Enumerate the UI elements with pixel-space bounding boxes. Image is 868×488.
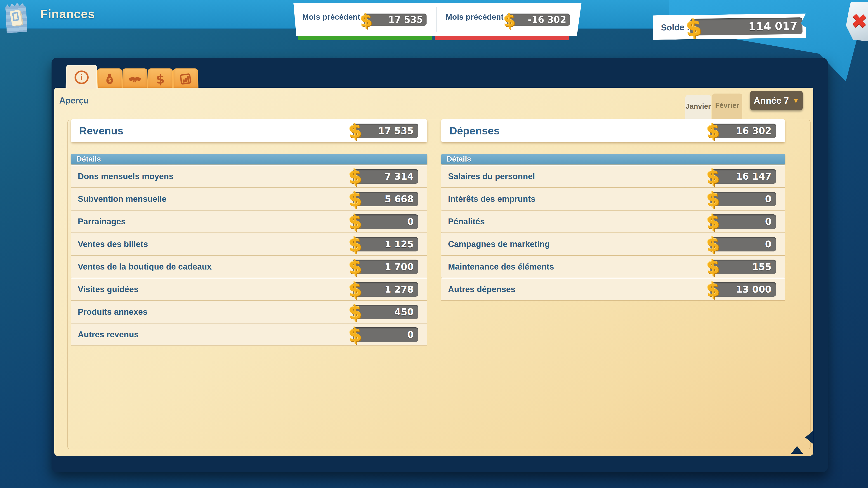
prev-month-expense-value: -16 302 — [528, 13, 566, 26]
finances-screen: Finances Mois précédent $ 17 535 Mois pr… — [0, 0, 868, 488]
revenues-header-card: Revenus $ 17 535 — [71, 119, 427, 142]
page-title: Finances — [40, 7, 95, 21]
revenues-title: Revenus — [79, 119, 123, 142]
chevron-down-icon: ▼ — [793, 97, 799, 104]
expenses-header-card: Dépenses $ 16 302 — [441, 119, 785, 142]
table-row: Ventes des billets $1 125 — [71, 233, 427, 255]
month-tab-janvier[interactable]: Janvier — [685, 95, 711, 120]
table-row: Dons mensuels moyens $7 314 — [71, 165, 427, 187]
dollar-icon: $ — [348, 120, 363, 142]
info-icon: i — [74, 70, 89, 84]
section-title: Aperçu — [59, 96, 89, 105]
dollar-icon: $ — [348, 301, 363, 324]
prev-month-income-label: Mois précédent — [302, 12, 360, 22]
bar-chart-icon — [179, 72, 193, 86]
value-pill: $0 — [352, 215, 418, 229]
value-pill: $16 147 — [710, 169, 776, 184]
balance-pill: $ 114 017 — [690, 18, 803, 35]
value-pill: $1 278 — [352, 282, 418, 297]
value-pill: $5 668 — [352, 192, 418, 206]
value-pill: $7 314 — [352, 169, 418, 184]
tab-overview[interactable]: i — [66, 65, 98, 89]
corner-notch-icon — [791, 446, 803, 454]
dollar-icon: $ — [706, 256, 720, 279]
revenues-total: 17 535 — [378, 124, 414, 138]
dollar-icon: $ — [348, 278, 363, 301]
tab-money[interactable]: $ — [147, 68, 173, 89]
table-row: Subvention mensuelle $5 668 — [71, 188, 427, 210]
table-row: Salaires du personnel $16 147 — [441, 165, 785, 187]
balance-value: 114 017 — [748, 18, 798, 35]
dollar-icon: $ — [348, 188, 363, 211]
dollar-icon: $ — [706, 165, 720, 188]
expense-underline-bar — [435, 36, 569, 40]
value-pill: $13 000 — [710, 282, 776, 297]
dollar-icon: $ — [348, 256, 363, 279]
table-row: Visites guidées $1 278 — [71, 278, 427, 300]
value-pill: $450 — [352, 305, 418, 319]
table-row: Parrainages $0 — [71, 210, 427, 232]
table-row: Autres dépenses $13 000 — [441, 278, 785, 300]
money-bag-icon: $ — [103, 72, 117, 86]
finances-ticket-icon — [5, 2, 28, 33]
expenses-total-pill: $ 16 302 — [710, 124, 776, 138]
expenses-title: Dépenses — [450, 119, 500, 142]
handshake-icon — [128, 72, 142, 86]
dollar-icon: $ — [348, 165, 363, 188]
banner-divider — [436, 7, 436, 32]
value-pill: $1 125 — [352, 237, 418, 252]
revenues-total-pill: $ 17 535 — [352, 124, 418, 138]
dollar-icon: $ — [348, 210, 363, 233]
svg-text:$: $ — [108, 77, 111, 83]
balance-banner: Solde : $ 114 017 — [653, 13, 806, 40]
table-row: Maintenance des éléments $155 — [441, 256, 785, 278]
prev-month-expense-label: Mois précédent — [445, 12, 504, 22]
table-row: Pénalités $0 — [441, 210, 785, 232]
dollar-icon: $ — [153, 72, 167, 86]
dollar-icon: $ — [706, 188, 720, 211]
dollar-icon: $ — [348, 233, 363, 256]
prev-month-income-pill: $ 17 535 — [364, 13, 427, 26]
dollar-icon: $ — [348, 323, 363, 346]
value-pill: $0 — [710, 215, 776, 229]
expenses-total: 16 302 — [736, 124, 772, 138]
tab-income[interactable]: $ — [97, 68, 123, 89]
expenses-details-header: Détails — [441, 154, 785, 164]
month-tab-fevrier[interactable]: Février — [712, 94, 742, 120]
tab-deals[interactable] — [122, 68, 148, 89]
table-row: Produits annexes $450 — [71, 301, 427, 323]
dollar-icon: $ — [706, 210, 720, 233]
prev-month-income-value: 17 535 — [388, 13, 423, 26]
value-pill: $0 — [352, 327, 418, 342]
year-dropdown[interactable]: Année 7 ▼ — [750, 91, 803, 110]
dollar-icon: $ — [685, 14, 703, 41]
dollar-icon: $ — [706, 278, 720, 301]
table-row: Ventes de la boutique de cadeaux $1 700 — [71, 256, 427, 278]
value-pill: $1 700 — [352, 260, 418, 274]
table-row: Campagnes de marketing $0 — [441, 233, 785, 255]
ledger-book-icon — [10, 10, 22, 26]
corner-notch-icon — [805, 431, 813, 444]
dollar-icon: $ — [503, 10, 516, 31]
tab-charts[interactable] — [173, 68, 198, 89]
value-pill: $155 — [710, 260, 776, 274]
dollar-icon: $ — [706, 120, 720, 142]
year-label: Année 7 — [754, 96, 789, 106]
income-underline-bar — [298, 36, 432, 40]
prev-month-expense-pill: $ -16 302 — [507, 13, 570, 26]
value-pill: $0 — [710, 192, 776, 206]
table-row: Intérêts des emprunts $0 — [441, 188, 785, 210]
dollar-icon: $ — [706, 233, 720, 256]
svg-text:$: $ — [156, 72, 164, 86]
previous-month-banner: Mois précédent $ 17 535 Mois précédent $… — [292, 3, 582, 36]
dollar-icon: $ — [360, 10, 373, 31]
value-pill: $0 — [710, 237, 776, 252]
close-icon: ✖ — [851, 9, 868, 32]
table-row: Autres revenus $0 — [71, 324, 427, 346]
revenues-details-header: Détails — [71, 154, 427, 164]
